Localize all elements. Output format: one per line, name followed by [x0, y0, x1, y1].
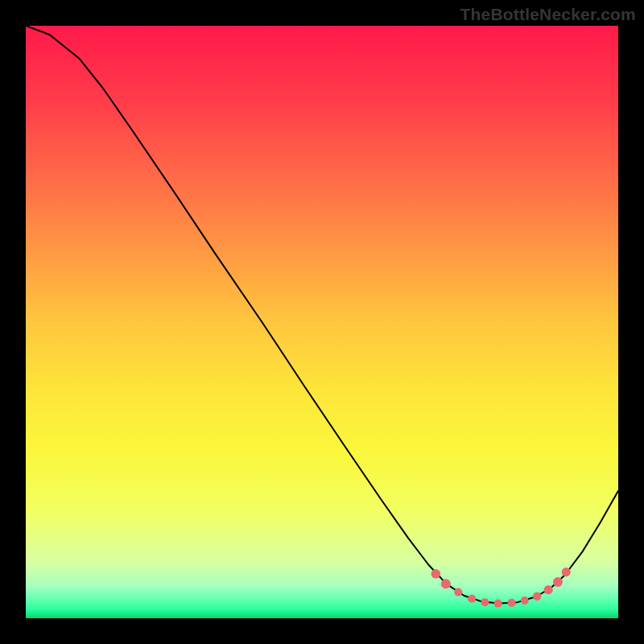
- marker-dot: [441, 579, 451, 588]
- marker-dot: [468, 595, 476, 603]
- marker-dot: [494, 600, 502, 608]
- marker-dot: [553, 577, 563, 587]
- marker-dot: [544, 585, 553, 594]
- marker-dot: [454, 588, 462, 597]
- plot-area: [26, 26, 618, 618]
- marker-dot: [521, 597, 529, 605]
- marker-dot: [481, 598, 489, 606]
- bottleneck-chart: [26, 26, 618, 618]
- marker-dot: [431, 569, 441, 579]
- watermark-text: TheBottleNecker.com: [460, 5, 636, 24]
- gradient-background: [26, 26, 618, 618]
- marker-dot: [562, 568, 571, 576]
- marker-dot: [533, 592, 541, 601]
- marker-dot: [508, 599, 516, 607]
- chart-frame: TheBottleNecker.com: [0, 0, 644, 644]
